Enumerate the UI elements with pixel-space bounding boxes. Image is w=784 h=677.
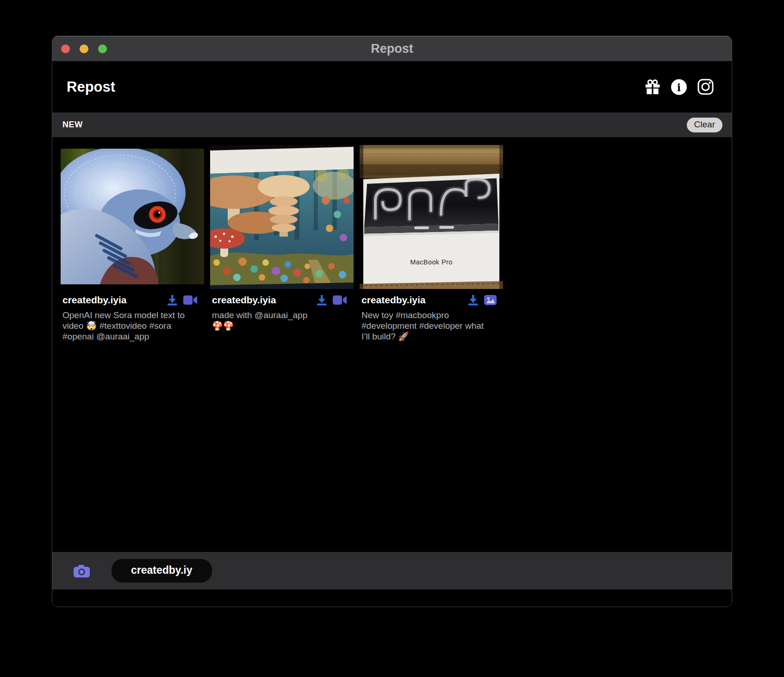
photo-icon[interactable] [484,295,497,305]
page-title: Repost [67,79,115,95]
post-username: createdby.iyia [361,295,426,306]
account-button[interactable]: createdby.iy [112,559,212,583]
download-icon[interactable] [316,295,328,306]
post-caption: OpenAI new Sora model text to video 🤯 #t… [61,310,204,342]
app-header: Repost i [52,61,732,113]
clear-button[interactable]: Clear [687,118,722,132]
svg-text:i: i [677,81,681,94]
app-window: Repost Repost i [52,36,732,607]
box-label: MacBook Pro [410,258,452,266]
instagram-icon[interactable] [697,79,714,95]
post-caption: New toy #macbookpro #development #develo… [360,310,503,342]
post-caption: made with @auraai_app 🍄🍄 [210,310,354,331]
video-icon[interactable] [333,295,347,305]
gift-icon[interactable] [644,79,661,95]
header-icons: i [644,79,714,95]
post-image-macbook[interactable]: MacBook Pro [360,145,503,289]
camera-icon[interactable] [74,564,90,577]
post-card: MacBook Pro createdby.iyia [360,145,503,342]
post-actions [316,295,347,306]
download-icon[interactable] [467,295,479,306]
post-actions [467,295,497,306]
section-bar: NEW Clear [52,113,732,137]
post-meta: createdby.iyia [360,295,503,306]
download-icon[interactable] [166,295,178,306]
info-icon[interactable]: i [671,79,687,95]
post-meta: createdby.iyia [61,295,204,306]
post-actions [166,295,198,306]
post-username: createdby.iyia [62,295,127,306]
post-username: createdby.iyia [212,295,276,306]
post-image-pigeon[interactable] [61,145,204,289]
titlebar: Repost [52,36,732,61]
post-grid: createdby.iyia [52,137,732,552]
post-card: createdby.iyia [61,145,204,342]
post-meta: createdby.iyia [210,295,354,306]
video-icon[interactable] [183,295,198,305]
section-label: NEW [62,120,83,130]
post-card: createdby.iyia [210,145,354,331]
titlebar-title: Repost [52,42,732,56]
footer-strip [52,589,732,607]
account-bar: createdby.iy [52,552,732,589]
post-image-mushrooms[interactable] [210,145,354,289]
